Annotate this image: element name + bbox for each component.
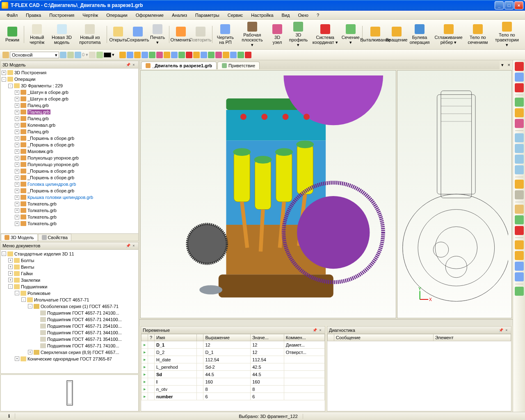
panel-close-button[interactable]: × [131, 62, 137, 68]
variables-table[interactable]: ?ИмяВыражениеЗначе...Коммен... ▸D_11212Д… [141, 334, 325, 400]
pin-button[interactable]: 📌 [312, 327, 317, 333]
tree-node[interactable]: -Роликовые [2, 290, 137, 297]
box4-icon[interactable] [515, 272, 524, 281]
tree-node[interactable]: +Конические однорядные ГОСТ 27365-87 [2, 356, 137, 362]
tree-node[interactable]: -Стандартные изделия 3D 11 [2, 251, 137, 257]
tree-node[interactable]: +_Шатун в сборе.grb [2, 89, 137, 96]
t5-icon[interactable] [149, 52, 155, 58]
t9-icon[interactable] [178, 52, 185, 58]
filter-icon[interactable] [60, 52, 66, 58]
pin-button[interactable]: 📌 [125, 62, 131, 68]
close-button[interactable]: × [514, 1, 523, 9]
toolbtn-система[interactable]: Система координат ▾ [310, 23, 341, 46]
shade-icon[interactable] [515, 190, 524, 199]
toolbtn-сечение[interactable]: Сечение ▾ [341, 23, 361, 46]
tree-node[interactable]: -Игольчатые ГОСТ 4657-71 [2, 297, 137, 303]
menu-Построения[interactable]: Построения [45, 11, 78, 19]
zoom-fit-icon[interactable] [515, 133, 524, 142]
menu-Параметры[interactable]: Параметры [191, 11, 224, 19]
prop-icon[interactable] [67, 52, 74, 58]
tree-node[interactable]: +Полукольцо упорное.grb [2, 155, 137, 161]
toolbtn-повторить[interactable]: Повторить [191, 25, 210, 43]
pin-button[interactable]: 📌 [125, 243, 131, 249]
variable-row[interactable]: ▸number66 [142, 393, 325, 400]
tab-3d-model[interactable]: 3D Модель [1, 234, 38, 241]
toolbtn-вращение[interactable]: Вращение [387, 25, 406, 43]
doc-tab[interactable]: _Двигатель в разрезе1.grb [141, 62, 217, 69]
variable-row[interactable]: ▸l160160 [142, 378, 325, 386]
variable-row[interactable]: ▸H_date112.54112.54 [142, 356, 325, 363]
variable-row[interactable]: ▸L_perehodSd-242.5 [142, 363, 325, 371]
tree-node[interactable]: +_Поршень в сборе.grb [2, 168, 137, 174]
toolbtn-новый[interactable]: Новый чертёж [26, 23, 49, 46]
color-icon[interactable] [89, 52, 96, 58]
toolbtn-режим[interactable]: Режим [2, 25, 22, 43]
t15-icon[interactable] [223, 52, 229, 58]
tree-node[interactable]: Подшипник ГОСТ 4657-71 24100... [2, 310, 137, 316]
toolbtn-3d[interactable]: 3D узел [267, 23, 287, 46]
t1-icon[interactable] [119, 52, 126, 58]
tabgroup-close-button[interactable]: × [505, 62, 513, 67]
clip-icon[interactable] [515, 205, 524, 214]
snap-icon[interactable] [515, 62, 524, 71]
t16-icon[interactable] [230, 52, 237, 58]
toolbtn-отменить[interactable]: Отменить [171, 25, 191, 43]
tree-node[interactable]: +_Шатун в сборе.grb [2, 96, 137, 102]
toolbtn-новая[interactable]: Новая 3D модель [48, 23, 75, 46]
axis-icon[interactable] [515, 119, 524, 128]
osnap-icon[interactable] [515, 83, 524, 92]
toolbtn-чертить[interactable]: Чертить на РП [214, 23, 237, 46]
tab-properties[interactable]: Свойства [38, 234, 71, 241]
status-help-icon[interactable]: ℹ [3, 413, 15, 419]
tree-node[interactable]: Подшипник ГОСТ 4657-71 244100... [2, 316, 137, 323]
menu-Вид[interactable]: Вид [278, 11, 294, 19]
tree-node[interactable]: Подшипник ГОСТ 4657-71 354100... [2, 336, 137, 342]
toolbtn-новый[interactable]: Новый из прототипа [75, 23, 105, 46]
viewport-scrollbar[interactable] [139, 319, 513, 326]
variable-row[interactable]: ▸n_otv88 [142, 386, 325, 393]
t13-icon[interactable] [208, 52, 215, 58]
tree-node[interactable]: +Толкатель.grb [2, 201, 137, 207]
tree-node[interactable]: +Толкатель.grb [2, 214, 137, 220]
tree-node[interactable]: Подшипник ГОСТ 4657-71 254100... [2, 323, 137, 329]
tree-node[interactable]: +Палец.grb [2, 128, 137, 135]
box1-icon[interactable] [515, 240, 524, 249]
t14-icon[interactable] [215, 52, 222, 58]
toolbtn-рабочая[interactable]: Рабочая плоскость ▾ [237, 21, 267, 48]
menu-Файл[interactable]: Файл [2, 11, 22, 19]
tree-node[interactable]: +Палец.grb [2, 109, 137, 115]
tree-node[interactable]: +_Поршень в сборе.grb [2, 187, 137, 194]
grid-icon[interactable] [515, 73, 524, 82]
diagnostics-table[interactable]: СообщениеЭлемент [327, 334, 511, 341]
tabgroup-menu-button[interactable]: ▾ [500, 62, 505, 68]
menu-Оформление[interactable]: Оформление [132, 11, 168, 19]
tree-node[interactable]: Подшипник ГОСТ 4657-71 344100... [2, 329, 137, 336]
tree-node[interactable]: +Винты [2, 264, 137, 270]
t2-icon[interactable] [127, 52, 133, 58]
t10-icon[interactable] [186, 52, 192, 58]
color-swatch[interactable] [104, 52, 111, 57]
menu-?[interactable]: ? [313, 11, 323, 19]
toolbtn-открыть[interactable]: Открыть [108, 25, 128, 43]
tree-node[interactable]: +Гайки [2, 270, 137, 277]
tree-node[interactable]: +Заклепки [2, 277, 137, 283]
box3-icon[interactable] [515, 262, 524, 271]
menu-Окно[interactable]: Окно [294, 11, 313, 19]
menu-Сервис[interactable]: Сервис [224, 11, 247, 19]
t7-icon[interactable] [164, 52, 170, 58]
menu-Чертёж[interactable]: Чертёж [78, 11, 102, 19]
menu-Операции[interactable]: Операции [102, 11, 131, 19]
select-icon[interactable] [96, 52, 103, 58]
toolbtn-тело[interactable]: Тело по сечениям [464, 23, 491, 46]
tree-node[interactable]: +Коленвал.grb [2, 122, 137, 128]
t3-icon[interactable] [134, 52, 141, 58]
variable-row[interactable]: ▸Sd44.544.5 [142, 371, 325, 378]
zoom-all-icon[interactable] [515, 165, 524, 174]
toolbtn-сглаживание[interactable]: Сглаживание рёбер ▾ [433, 23, 464, 46]
globe-icon[interactable] [515, 287, 524, 296]
menu-Анализ[interactable]: Анализ [168, 11, 191, 19]
t17-icon[interactable] [237, 52, 244, 58]
check-icon[interactable] [515, 215, 524, 224]
toolbtn-выталкивание[interactable]: Выталкивание [364, 25, 387, 43]
panel-close-button[interactable]: × [131, 243, 137, 249]
